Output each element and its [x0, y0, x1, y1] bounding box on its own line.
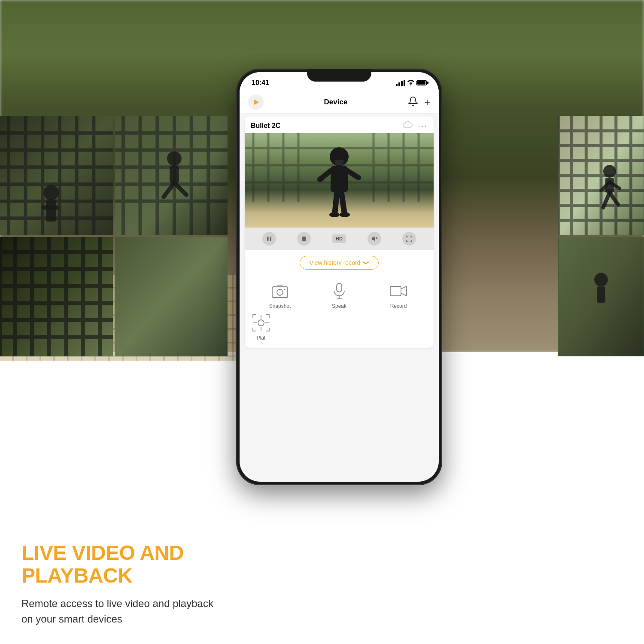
svg-point-13 — [43, 185, 59, 200]
snapshot-action[interactable]: Snapshot — [252, 277, 308, 312]
signal-bars-icon — [396, 80, 405, 86]
view-history-label: View history record — [310, 259, 361, 266]
svg-point-104 — [258, 320, 264, 326]
record-label: Record — [390, 303, 407, 309]
sub-description: Remote access to live video and playback… — [21, 596, 228, 627]
main-headline: LIVE VIDEO AND PLAYBACK — [21, 542, 228, 587]
battery-icon — [416, 80, 427, 85]
battery-fill — [417, 81, 425, 85]
crosshair-icon — [252, 313, 270, 332]
phone-notch — [307, 69, 371, 82]
svg-point-98 — [277, 289, 283, 295]
view-history-area: View history record ❯ — [245, 250, 434, 274]
more-options-icon[interactable]: ··· — [418, 121, 428, 131]
svg-rect-46 — [115, 237, 228, 356]
svg-line-87 — [335, 192, 337, 213]
chevron-down-icon: ❯ — [363, 260, 370, 265]
stop-button[interactable] — [297, 232, 311, 246]
add-icon[interactable]: + — [424, 96, 430, 108]
svg-point-28 — [167, 151, 182, 166]
right-img-top — [558, 116, 644, 235]
app-title: Device — [324, 98, 348, 106]
plat-label: Plat — [257, 335, 266, 341]
bottom-content: LIVE VIDEO AND PLAYBACK Remote access to… — [0, 361, 249, 644]
phone-body: 10:41 — [236, 69, 442, 485]
device-header: Bullet 2C ··· — [245, 116, 434, 133]
signal-bar-2 — [398, 82, 400, 86]
mute-button[interactable] — [368, 232, 381, 246]
collage-photo-top-right — [115, 116, 228, 235]
collage-photo-bottom-left — [0, 237, 113, 356]
camera-icon — [270, 282, 289, 301]
svg-rect-103 — [390, 286, 401, 296]
plat-area: Plat — [245, 312, 434, 348]
play-icon — [254, 99, 259, 105]
svg-line-88 — [341, 192, 344, 213]
microphone-icon — [330, 282, 349, 301]
phone: 10:41 — [236, 69, 442, 485]
svg-rect-15 — [42, 206, 59, 210]
svg-rect-93 — [302, 237, 306, 241]
bell-icon[interactable] — [408, 96, 418, 108]
video-record-icon — [389, 282, 408, 301]
snapshot-label: Snapshot — [269, 303, 291, 309]
svg-point-90 — [340, 212, 350, 217]
record-action[interactable]: Record — [370, 277, 427, 312]
svg-marker-94 — [372, 236, 375, 241]
svg-rect-91 — [267, 237, 269, 241]
fullscreen-button[interactable] — [402, 232, 416, 246]
device-card: Bullet 2C ··· — [245, 116, 434, 348]
signal-bar-1 — [396, 84, 398, 86]
svg-rect-29 — [170, 166, 179, 183]
speak-action[interactable]: Speak — [311, 277, 368, 312]
svg-point-68 — [594, 273, 608, 286]
signal-bar-4 — [404, 80, 405, 86]
svg-rect-100 — [337, 283, 342, 292]
app-header[interactable]: Device + — [240, 91, 439, 114]
right-side-images — [558, 116, 644, 356]
svg-point-61 — [603, 165, 616, 178]
speak-label: Speak — [332, 303, 346, 309]
status-icons — [396, 79, 427, 87]
svg-rect-84 — [331, 166, 348, 192]
signal-bar-3 — [401, 81, 403, 86]
camera-feed — [245, 133, 434, 228]
view-history-button[interactable]: View history record ❯ — [300, 256, 379, 270]
device-name: Bullet 2C — [251, 122, 280, 130]
hd-button[interactable]: HD — [332, 234, 346, 243]
photo-collage — [0, 116, 228, 356]
svg-rect-97 — [272, 287, 288, 298]
header-actions: + — [408, 96, 430, 108]
phone-screen: 10:41 — [240, 72, 439, 482]
wifi-icon — [407, 79, 414, 87]
action-grid: Snapshot Speak — [245, 274, 434, 312]
collage-photo-top-left — [0, 116, 113, 235]
status-time: 10:41 — [252, 79, 269, 87]
play-button[interactable] — [248, 94, 264, 110]
camera-controls: HD — [245, 228, 434, 250]
svg-rect-92 — [270, 237, 271, 241]
svg-point-99 — [284, 289, 286, 290]
pause-button[interactable] — [262, 232, 276, 246]
device-header-icons: ··· — [403, 121, 428, 131]
cloud-icon[interactable] — [403, 121, 413, 130]
svg-rect-14 — [46, 200, 56, 222]
svg-rect-83 — [335, 160, 343, 165]
svg-point-89 — [329, 212, 340, 217]
svg-rect-69 — [597, 286, 605, 303]
collage-photo-bottom-right — [115, 237, 228, 356]
right-img-bottom — [558, 237, 644, 356]
plat-item[interactable]: Plat — [252, 313, 270, 341]
